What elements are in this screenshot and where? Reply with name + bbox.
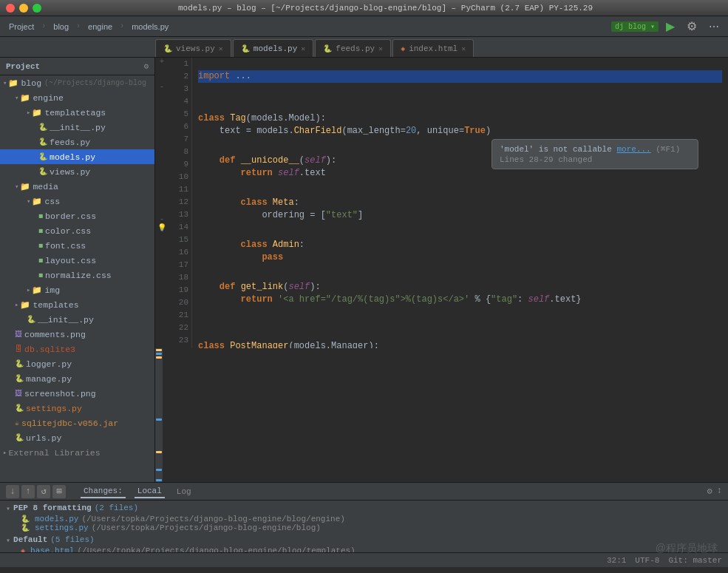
tree-normalize-css[interactable]: ◼ normalize.css <box>0 268 154 282</box>
tooltip-line2: Lines 28-29 changed <box>500 155 690 164</box>
tree-item-label: color.css <box>45 226 91 236</box>
expand-icon: ▾ <box>24 288 33 291</box>
tooltip-more-link[interactable]: more... <box>616 145 650 154</box>
tree-templates[interactable]: ▾ 📁 templates <box>0 297 154 312</box>
project-button[interactable]: Project <box>4 21 38 33</box>
change-group-pep8: ▾ PEP 8 formatting (2 files) <box>6 504 722 513</box>
debug-button[interactable]: ⚙ <box>682 18 701 35</box>
folder-icon: 📁 <box>20 93 30 103</box>
project-label: Project <box>6 62 40 71</box>
py-icon: 🐍 <box>15 374 24 383</box>
tree-views-py[interactable]: 🐍 views.py <box>0 164 154 179</box>
tree-img[interactable]: ▾ 📁 img <box>0 282 154 297</box>
change-file-base-html[interactable]: ◈ base.html (/Users/topka/Projects/djang… <box>6 546 722 552</box>
py-icon: 🐍 <box>38 138 47 146</box>
gutter-17 <box>155 190 169 198</box>
change-file-models[interactable]: 🐍 models.py (/Users/topka/Projects/djang… <box>6 515 722 523</box>
tree-manage-py[interactable]: 🐍 manage.py <box>0 371 154 386</box>
vcs-diff-button[interactable]: ⊞ <box>52 485 66 498</box>
gutter-mark-info2 <box>156 418 162 421</box>
tree-root-blog[interactable]: ▾ 📁 blog (~/Projects/django-blog <box>0 75 154 90</box>
group-arrow[interactable]: ▾ <box>6 504 10 513</box>
encoding[interactable]: UTF-8 <box>635 556 659 565</box>
tab-close-index[interactable]: ✕ <box>461 44 466 53</box>
maximize-button[interactable] <box>33 4 41 13</box>
tree-screenshot-png[interactable]: 🖼 screenshot.png <box>0 386 154 401</box>
tab-close-views[interactable]: ✕ <box>219 44 223 53</box>
gutter-8 <box>155 115 169 123</box>
tab-models-py[interactable]: 🐍 models.py ✕ <box>233 39 313 57</box>
code-area[interactable]: + - - 💡 <box>155 58 728 348</box>
close-button[interactable] <box>6 4 15 13</box>
tab-label: models.py <box>254 44 297 53</box>
tab-log[interactable]: Log <box>174 486 194 498</box>
tab-index-html[interactable]: ◈ index.html ✕ <box>392 39 474 57</box>
django-run-badge[interactable]: dj blog ▾ <box>611 21 659 32</box>
tree-color-css[interactable]: ◼ color.css <box>0 223 154 238</box>
tree-external-libs[interactable]: ▾ External Libraries <box>0 445 154 460</box>
tree-item-label: views.py <box>50 167 90 177</box>
tree-feeds-py[interactable]: 🐍 feeds.py <box>0 135 154 149</box>
gutter-24 <box>155 248 169 257</box>
expand-icon: ▾ <box>3 79 7 87</box>
fold-icon[interactable]: - <box>160 215 164 223</box>
tooltip-shortcut: (⌘F1) <box>656 145 680 154</box>
code-content[interactable]: import ... class Tag(models.Model): text… <box>192 58 728 348</box>
tree-comments-png[interactable]: 🖼 comments.png <box>0 327 154 342</box>
run-button[interactable]: ▶ <box>661 18 679 35</box>
settings-gear-icon[interactable]: ⚙ <box>707 486 712 497</box>
tree-media[interactable]: ▾ 📁 media <box>0 179 154 194</box>
vcs-buttons: ↓ ↑ ↺ ⊞ <box>6 485 66 498</box>
tab-changes[interactable]: Changes: <box>81 485 126 498</box>
tree-item-label: engine <box>33 93 63 103</box>
group-title: PEP 8 formatting <box>13 504 92 512</box>
tab-close-feeds[interactable]: ✕ <box>378 44 383 53</box>
tree-urls-py[interactable]: 🐍 urls.py <box>0 430 154 445</box>
toolbar-right: dj blog ▾ ▶ ⚙ ⋯ <box>611 18 724 35</box>
expand-icon: ▾ <box>15 94 18 102</box>
vcs-update-button[interactable]: ↓ <box>6 485 19 498</box>
tree-models-py[interactable]: 🐍 models.py <box>0 149 154 164</box>
models-button[interactable]: models.py <box>127 21 173 33</box>
git-branch[interactable]: Git: master <box>668 556 722 565</box>
window-controls[interactable] <box>6 4 41 13</box>
tab-close-models[interactable]: ✕ <box>301 44 305 53</box>
gutter-19 <box>155 207 169 215</box>
tree-font-css[interactable]: ◼ font.css <box>0 238 154 253</box>
group-arrow[interactable]: ▾ <box>6 536 10 545</box>
gutter-18 <box>155 198 169 206</box>
fold-icon[interactable]: - <box>160 83 164 91</box>
tree-init-blog[interactable]: 🐍 __init__.py <box>0 312 154 327</box>
vcs-commit-button[interactable]: ↑ <box>21 485 35 498</box>
tree-css[interactable]: ▾ 📁 css <box>0 194 154 208</box>
tree-item-label: border.css <box>45 211 96 221</box>
vcs-revert-button[interactable]: ↺ <box>37 485 50 498</box>
tree-templatetags[interactable]: ▾ 📁 templatetags <box>0 105 154 120</box>
tree-layout-css[interactable]: ◼ layout.css <box>0 253 154 268</box>
tab-local[interactable]: Local <box>135 485 165 498</box>
engine-button[interactable]: engine <box>84 21 117 33</box>
project-toolbar-icon[interactable]: ⚙ <box>143 61 149 71</box>
minimize-button[interactable] <box>19 4 28 13</box>
tree-border-css[interactable]: ◼ border.css <box>0 208 154 223</box>
tree-item-label: font.css <box>45 241 86 251</box>
blog-button[interactable]: blog <box>49 21 73 33</box>
settings-button[interactable]: ⋯ <box>704 19 724 34</box>
change-file-settings[interactable]: 🐍 settings.py (/Users/topka/Projects/dja… <box>6 523 722 532</box>
folder-icon: 📁 <box>20 300 30 310</box>
code-editor: + - - 💡 <box>155 58 728 482</box>
folder-icon: 📁 <box>32 197 42 206</box>
tree-db-sqlite3[interactable]: 🗄 db.sqlite3 <box>0 342 154 356</box>
tree-sqlitejdbc[interactable]: ☕ sqlitejdbc-v056.jar <box>0 416 154 430</box>
tree-logger-py[interactable]: 🐍 logger.py <box>0 356 154 371</box>
fold-icon[interactable]: + <box>160 58 164 66</box>
tree-init-engine[interactable]: 🐍 __init__.py <box>0 120 154 135</box>
tab-feeds-py[interactable]: 🐍 feeds.py ✕ <box>315 39 391 57</box>
tree-settings-py[interactable]: 🐍 settings.py <box>0 401 154 416</box>
gutter-30 <box>155 299 169 307</box>
gutter-9 <box>155 124 169 132</box>
tree-engine[interactable]: ▾ 📁 engine <box>0 90 154 105</box>
tab-views-py[interactable]: 🐍 views.py ✕ <box>155 39 231 57</box>
expand-icon[interactable]: ↕ <box>717 486 722 497</box>
tree-item-label: logger.py <box>26 359 72 369</box>
